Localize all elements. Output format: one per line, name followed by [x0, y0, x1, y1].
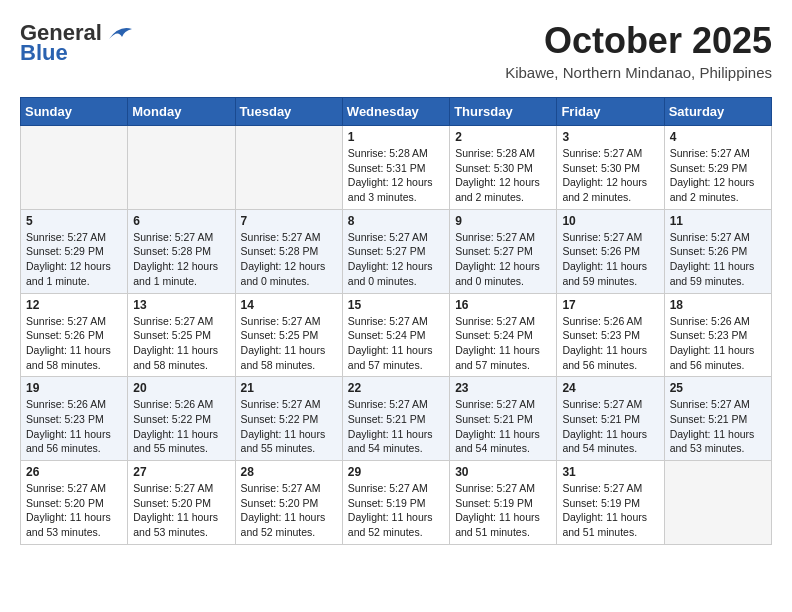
day-info: Sunrise: 5:27 AMSunset: 5:22 PMDaylight:…: [241, 397, 337, 456]
calendar-day-cell: 8Sunrise: 5:27 AMSunset: 5:27 PMDaylight…: [342, 209, 449, 293]
calendar-day-cell: 14Sunrise: 5:27 AMSunset: 5:25 PMDayligh…: [235, 293, 342, 377]
calendar-week-row: 26Sunrise: 5:27 AMSunset: 5:20 PMDayligh…: [21, 461, 772, 545]
day-info: Sunrise: 5:27 AMSunset: 5:21 PMDaylight:…: [348, 397, 444, 456]
calendar-day-cell: 18Sunrise: 5:26 AMSunset: 5:23 PMDayligh…: [664, 293, 771, 377]
day-info: Sunrise: 5:27 AMSunset: 5:28 PMDaylight:…: [241, 230, 337, 289]
day-info: Sunrise: 5:27 AMSunset: 5:19 PMDaylight:…: [562, 481, 658, 540]
column-header-tuesday: Tuesday: [235, 98, 342, 126]
calendar-day-cell: [21, 126, 128, 210]
day-number: 15: [348, 298, 444, 312]
calendar-day-cell: 11Sunrise: 5:27 AMSunset: 5:26 PMDayligh…: [664, 209, 771, 293]
column-header-thursday: Thursday: [450, 98, 557, 126]
calendar-day-cell: [664, 461, 771, 545]
day-info: Sunrise: 5:26 AMSunset: 5:22 PMDaylight:…: [133, 397, 229, 456]
day-info: Sunrise: 5:27 AMSunset: 5:30 PMDaylight:…: [562, 146, 658, 205]
calendar-day-cell: 15Sunrise: 5:27 AMSunset: 5:24 PMDayligh…: [342, 293, 449, 377]
day-info: Sunrise: 5:27 AMSunset: 5:21 PMDaylight:…: [455, 397, 551, 456]
day-info: Sunrise: 5:27 AMSunset: 5:20 PMDaylight:…: [241, 481, 337, 540]
calendar-day-cell: 5Sunrise: 5:27 AMSunset: 5:29 PMDaylight…: [21, 209, 128, 293]
day-number: 20: [133, 381, 229, 395]
calendar-day-cell: 19Sunrise: 5:26 AMSunset: 5:23 PMDayligh…: [21, 377, 128, 461]
calendar-day-cell: 16Sunrise: 5:27 AMSunset: 5:24 PMDayligh…: [450, 293, 557, 377]
month-title: October 2025: [505, 20, 772, 62]
day-info: Sunrise: 5:27 AMSunset: 5:25 PMDaylight:…: [133, 314, 229, 373]
day-number: 26: [26, 465, 122, 479]
calendar-day-cell: 30Sunrise: 5:27 AMSunset: 5:19 PMDayligh…: [450, 461, 557, 545]
day-number: 27: [133, 465, 229, 479]
day-info: Sunrise: 5:27 AMSunset: 5:26 PMDaylight:…: [26, 314, 122, 373]
calendar-day-cell: 7Sunrise: 5:27 AMSunset: 5:28 PMDaylight…: [235, 209, 342, 293]
day-info: Sunrise: 5:27 AMSunset: 5:28 PMDaylight:…: [133, 230, 229, 289]
day-number: 12: [26, 298, 122, 312]
page-header: General Blue October 2025 Kibawe, Northe…: [20, 20, 772, 81]
day-info: Sunrise: 5:28 AMSunset: 5:30 PMDaylight:…: [455, 146, 551, 205]
calendar-day-cell: 3Sunrise: 5:27 AMSunset: 5:30 PMDaylight…: [557, 126, 664, 210]
day-info: Sunrise: 5:26 AMSunset: 5:23 PMDaylight:…: [670, 314, 766, 373]
day-info: Sunrise: 5:27 AMSunset: 5:21 PMDaylight:…: [670, 397, 766, 456]
calendar-day-cell: 20Sunrise: 5:26 AMSunset: 5:22 PMDayligh…: [128, 377, 235, 461]
day-number: 17: [562, 298, 658, 312]
calendar-day-cell: 17Sunrise: 5:26 AMSunset: 5:23 PMDayligh…: [557, 293, 664, 377]
calendar-week-row: 5Sunrise: 5:27 AMSunset: 5:29 PMDaylight…: [21, 209, 772, 293]
calendar-day-cell: 23Sunrise: 5:27 AMSunset: 5:21 PMDayligh…: [450, 377, 557, 461]
column-header-saturday: Saturday: [664, 98, 771, 126]
day-info: Sunrise: 5:27 AMSunset: 5:21 PMDaylight:…: [562, 397, 658, 456]
calendar-day-cell: 4Sunrise: 5:27 AMSunset: 5:29 PMDaylight…: [664, 126, 771, 210]
day-info: Sunrise: 5:26 AMSunset: 5:23 PMDaylight:…: [562, 314, 658, 373]
day-number: 13: [133, 298, 229, 312]
day-number: 18: [670, 298, 766, 312]
day-info: Sunrise: 5:27 AMSunset: 5:29 PMDaylight:…: [670, 146, 766, 205]
day-info: Sunrise: 5:26 AMSunset: 5:23 PMDaylight:…: [26, 397, 122, 456]
day-info: Sunrise: 5:27 AMSunset: 5:27 PMDaylight:…: [455, 230, 551, 289]
day-number: 2: [455, 130, 551, 144]
day-info: Sunrise: 5:27 AMSunset: 5:27 PMDaylight:…: [348, 230, 444, 289]
logo-bird-icon: [104, 21, 134, 45]
day-number: 14: [241, 298, 337, 312]
day-info: Sunrise: 5:27 AMSunset: 5:20 PMDaylight:…: [26, 481, 122, 540]
day-number: 10: [562, 214, 658, 228]
day-number: 30: [455, 465, 551, 479]
calendar-day-cell: 1Sunrise: 5:28 AMSunset: 5:31 PMDaylight…: [342, 126, 449, 210]
calendar-day-cell: 21Sunrise: 5:27 AMSunset: 5:22 PMDayligh…: [235, 377, 342, 461]
calendar-day-cell: 27Sunrise: 5:27 AMSunset: 5:20 PMDayligh…: [128, 461, 235, 545]
day-info: Sunrise: 5:27 AMSunset: 5:26 PMDaylight:…: [562, 230, 658, 289]
calendar-week-row: 12Sunrise: 5:27 AMSunset: 5:26 PMDayligh…: [21, 293, 772, 377]
day-number: 21: [241, 381, 337, 395]
calendar-week-row: 19Sunrise: 5:26 AMSunset: 5:23 PMDayligh…: [21, 377, 772, 461]
calendar-day-cell: 22Sunrise: 5:27 AMSunset: 5:21 PMDayligh…: [342, 377, 449, 461]
calendar-day-cell: [128, 126, 235, 210]
day-number: 19: [26, 381, 122, 395]
day-info: Sunrise: 5:27 AMSunset: 5:25 PMDaylight:…: [241, 314, 337, 373]
day-number: 4: [670, 130, 766, 144]
calendar-day-cell: 9Sunrise: 5:27 AMSunset: 5:27 PMDaylight…: [450, 209, 557, 293]
calendar-day-cell: 25Sunrise: 5:27 AMSunset: 5:21 PMDayligh…: [664, 377, 771, 461]
day-info: Sunrise: 5:27 AMSunset: 5:19 PMDaylight:…: [455, 481, 551, 540]
calendar-day-cell: 31Sunrise: 5:27 AMSunset: 5:19 PMDayligh…: [557, 461, 664, 545]
column-header-monday: Monday: [128, 98, 235, 126]
day-info: Sunrise: 5:27 AMSunset: 5:19 PMDaylight:…: [348, 481, 444, 540]
calendar-day-cell: 2Sunrise: 5:28 AMSunset: 5:30 PMDaylight…: [450, 126, 557, 210]
calendar-day-cell: 24Sunrise: 5:27 AMSunset: 5:21 PMDayligh…: [557, 377, 664, 461]
calendar-week-row: 1Sunrise: 5:28 AMSunset: 5:31 PMDaylight…: [21, 126, 772, 210]
title-block: October 2025 Kibawe, Northern Mindanao, …: [505, 20, 772, 81]
calendar-day-cell: 10Sunrise: 5:27 AMSunset: 5:26 PMDayligh…: [557, 209, 664, 293]
day-number: 9: [455, 214, 551, 228]
calendar-day-cell: 29Sunrise: 5:27 AMSunset: 5:19 PMDayligh…: [342, 461, 449, 545]
day-info: Sunrise: 5:27 AMSunset: 5:29 PMDaylight:…: [26, 230, 122, 289]
day-number: 6: [133, 214, 229, 228]
day-number: 25: [670, 381, 766, 395]
calendar-day-cell: 6Sunrise: 5:27 AMSunset: 5:28 PMDaylight…: [128, 209, 235, 293]
logo: General Blue: [20, 20, 134, 66]
day-number: 7: [241, 214, 337, 228]
logo-blue-text: Blue: [20, 40, 68, 66]
day-info: Sunrise: 5:28 AMSunset: 5:31 PMDaylight:…: [348, 146, 444, 205]
calendar-table: SundayMondayTuesdayWednesdayThursdayFrid…: [20, 97, 772, 545]
day-number: 11: [670, 214, 766, 228]
column-header-friday: Friday: [557, 98, 664, 126]
day-number: 28: [241, 465, 337, 479]
column-header-wednesday: Wednesday: [342, 98, 449, 126]
day-number: 3: [562, 130, 658, 144]
calendar-day-cell: [235, 126, 342, 210]
day-number: 22: [348, 381, 444, 395]
day-number: 29: [348, 465, 444, 479]
